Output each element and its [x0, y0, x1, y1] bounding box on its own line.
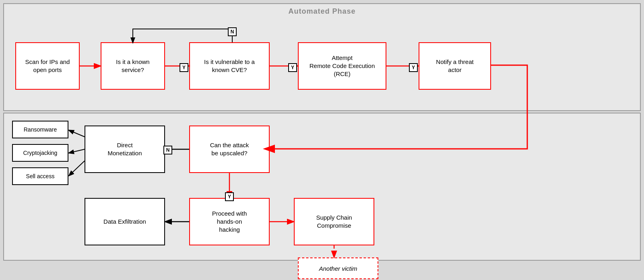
rce-box: Attempt Remote Code Execution (RCE) [298, 42, 386, 90]
y-badge-4: Y [225, 192, 234, 201]
svg-line-6 [69, 149, 85, 153]
scan-box: Scan for IPs and open ports [15, 42, 80, 90]
automated-section: Automated Phase Scan for IPs and open po… [3, 3, 641, 111]
upscaled-box: Can the attack be upscaled? [189, 126, 270, 173]
known-service-box: Is it a known service? [101, 42, 165, 90]
data-exfil-box: Data Exfiltration [85, 198, 165, 245]
supply-chain-box: Supply Chain Compromise [294, 198, 374, 245]
y-badge-2: Y [288, 63, 297, 72]
known-cve-box: Is it vulnerable to a known CVE? [189, 42, 270, 90]
svg-line-7 [69, 161, 85, 175]
hands-on-box: Proceed with hands-on hacking [189, 198, 270, 245]
automated-label: Automated Phase [4, 7, 640, 16]
direct-monetization-box: Direct Monetization [85, 126, 165, 173]
diagram: Automated Phase Scan for IPs and open po… [0, 0, 644, 280]
n-badge-manual: N [163, 146, 172, 154]
svg-line-5 [69, 130, 85, 137]
notify-box: Notify a threat actor [419, 42, 491, 90]
another-victim-box: Another victim [298, 257, 378, 279]
n-badge-top: N [228, 27, 237, 36]
ransomware-box: Ransomware [12, 121, 68, 138]
sell-access-box: Sell access [12, 167, 68, 185]
manual-section: Manual Phase Can the attack be upscaled?… [3, 113, 641, 261]
cryptojacking-box: Cryptojacking [12, 144, 68, 162]
y-badge-3: Y [409, 63, 418, 72]
y-badge-1: Y [180, 63, 188, 72]
